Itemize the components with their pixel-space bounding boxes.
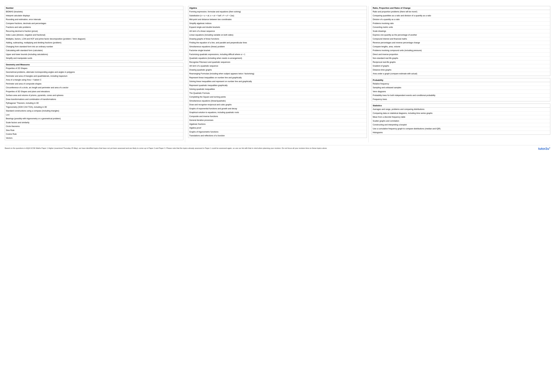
section-col3-1: ProbabilityRelative frequencySampling an…	[372, 78, 550, 101]
section-header-col3-1: Probability	[372, 78, 550, 82]
divider-2	[368, 6, 370, 142]
list-item: Completing the Square and turning points	[188, 95, 366, 99]
list-item: Scale factors and similarity	[5, 121, 183, 125]
list-item: Finding the equation of a line, and para…	[188, 41, 366, 45]
section-header-col3-0: Ratio, Proportion and Rates of Change	[372, 6, 550, 10]
list-item: Histograms	[372, 131, 550, 135]
list-item: Problems involving compound units (inclu…	[372, 49, 550, 53]
list-item: Simplify and manipulate surds	[5, 57, 183, 60]
list-item: Algebra proof	[188, 126, 366, 130]
list-item: Drawing quadratic graphs	[188, 68, 366, 72]
list-item: Represent quadratic inequalities graphic…	[188, 84, 366, 88]
list-item: Cosine Rule	[5, 132, 183, 136]
list-item: Scatter graphs and correlation	[372, 119, 550, 123]
section-col1-0: NumberBIDMAS (brackets)Interpret calcula…	[5, 6, 183, 60]
list-item: Constructing and interpreting a boxplot	[372, 123, 550, 127]
list-item: Fractions and ratio problems	[5, 25, 183, 29]
list-item: Mid-point and distance between two coord…	[188, 18, 366, 22]
list-item: Surface area and volume of prisms, pyram…	[5, 94, 183, 98]
section-header-col1-1: Geometry and Measures	[5, 63, 183, 67]
section-col2-0: AlgebraForming expression, formulae and …	[188, 6, 367, 138]
list-item: Non-standard real life graphs	[372, 57, 550, 60]
list-item: Circumference of a circle, arc length an…	[5, 86, 183, 90]
list-item: Translations and reflections of a functi…	[188, 134, 366, 138]
list-item: Upper and lower bounds (including calcul…	[5, 53, 183, 57]
list-item: Substitution (v = u + at; s = ut + ½at²;…	[188, 14, 366, 18]
list-item: Rearranging Formulae (including when sub…	[188, 72, 366, 76]
list-item: Area of a triangle using Area = ½absin C	[5, 78, 183, 82]
list-item: Compare fractions, decimals and percenta…	[5, 22, 183, 26]
list-item: Probability trees for both independent e…	[372, 94, 550, 98]
list-item: Comparing quantities as a ratio and divi…	[372, 14, 550, 18]
list-item: The Quadratic Formula	[188, 91, 366, 95]
list-item: Graphical solution to equations, includi…	[188, 111, 366, 115]
section-col3-2: StatisticsAverages and range, problems a…	[372, 104, 550, 135]
section-header-col2-0: Algebra	[188, 6, 366, 10]
list-item: Scale drawings	[372, 29, 550, 33]
list-item: Geometrical problems, alternate /corresp…	[5, 70, 183, 74]
list-item: Adding, subtracting, multiplying and div…	[5, 41, 183, 45]
list-item: Trigonometry (SOH CAH TOA), including in…	[5, 105, 183, 109]
list-item: Use a cumulative frequency graph to comp…	[372, 127, 550, 131]
list-item: Area under a graph (compare estimate wit…	[372, 72, 550, 76]
list-item: General iterative processes	[188, 118, 366, 122]
list-item: Properties of 2D Shapes	[5, 67, 183, 71]
list-item: Circle theorems	[5, 125, 183, 128]
list-item: Pythagoras' Theorem, including in 3D	[5, 101, 183, 105]
main-grid: NumberBIDMAS (brackets)Interpret calcula…	[5, 6, 550, 142]
footer-text: Based on the questions in AQA GCSE Maths…	[5, 147, 327, 150]
footer-logo: tutor2u®	[537, 147, 550, 150]
logo-text: tutor2u	[538, 147, 549, 150]
section-header-col3-2: Statistics	[372, 104, 550, 107]
section-header-col1-0: Number	[5, 6, 183, 10]
list-item: Express one quantity as the percentage o…	[372, 33, 550, 37]
list-item: Solving linear inequalities and represen…	[188, 80, 366, 84]
list-item: Perimeter and area of triangles and quad…	[5, 74, 183, 78]
list-item: Interpret calculator displays	[5, 14, 183, 18]
list-item: Rounding and estimation, error intervals	[5, 18, 183, 22]
list-item: Index Laws (division, negative and fract…	[5, 33, 183, 37]
footer: Based on the questions in AQA GCSE Maths…	[5, 145, 550, 150]
list-item: Expand single and double brackets	[188, 25, 366, 29]
list-item: Draw transformations and combination of …	[5, 98, 183, 101]
list-item: Distance-time graphs	[372, 68, 550, 72]
list-item: nth term of a linear sequence	[188, 29, 366, 33]
list-item: Bearings (possibly with trigonometry or …	[5, 117, 183, 121]
column-1: NumberBIDMAS (brackets)Interpret calcula…	[5, 6, 183, 142]
list-item: Simultaneous equations (linear/quadratic…	[188, 99, 366, 103]
column-2: AlgebraForming expression, formulae and …	[188, 6, 367, 142]
list-item: Compound interest and financial maths	[372, 37, 550, 41]
list-item: Multiples, factors, LCM and HCF and prim…	[5, 37, 183, 41]
list-item: Sampling and unbiased samples	[372, 86, 550, 90]
list-item: Properties of 3D Shapes and plans and el…	[5, 90, 183, 94]
list-item: Solving quadratic inequalities	[188, 87, 366, 91]
list-item: Division of a quantity as a ratio	[372, 18, 550, 22]
list-item: Graphs of exponential functions and grow…	[188, 107, 366, 111]
list-item: Relative frequency	[372, 82, 550, 86]
list-item: Standard constructions using a compass (…	[5, 109, 183, 113]
section-col3-0: Ratio, Proportion and Rates of ChangeRat…	[372, 6, 550, 76]
list-item: Sine Rule	[5, 128, 183, 133]
list-item: Frequency trees	[372, 98, 550, 101]
list-item: Factorising quadratic expressions, inclu…	[188, 53, 366, 57]
list-item: BIDMAS (brackets)	[5, 10, 183, 14]
list-item: Mean from a discrete frequency table	[372, 115, 550, 119]
list-item: Recognise Fibonacci and quadratic sequen…	[188, 60, 366, 64]
list-item: Represent linear inequalities on number …	[188, 76, 366, 80]
list-item: Perimeter and area of composite shapes	[5, 82, 183, 86]
divider-1	[185, 6, 187, 142]
logo-registered: ®	[549, 147, 550, 149]
list-item: Reverse percentages and reverse percenta…	[372, 41, 550, 45]
list-item: Drawing graphs of linear functions	[188, 37, 366, 41]
list-item: Draw and recognise reciprocal and cubic …	[188, 103, 366, 107]
list-item: Quadratic equations (including when need…	[188, 57, 366, 60]
list-item: Graphs of trigonometric functions	[188, 130, 366, 134]
list-item: Venn diagrams	[372, 90, 550, 94]
list-item: Converting metric units	[372, 25, 550, 29]
list-item: nth term of a quadratic sequence	[188, 64, 366, 68]
list-item: Recurring decimal to fraction (prove)	[5, 29, 183, 33]
list-item: Loci	[5, 113, 183, 117]
column-3: Ratio, Proportion and Rates of ChangeRat…	[372, 6, 550, 142]
list-item: Vectors	[5, 136, 183, 140]
list-item: Calculating with standard form (calculat…	[5, 49, 183, 53]
